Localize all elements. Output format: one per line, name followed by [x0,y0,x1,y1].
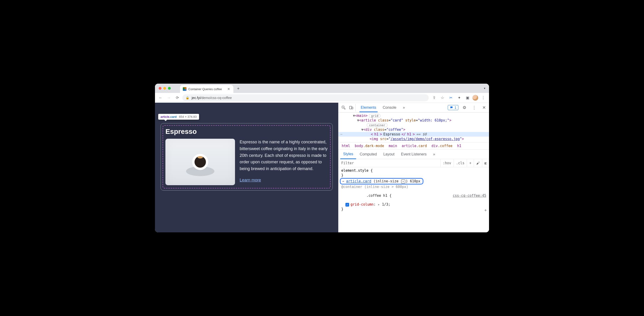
dom-line-article-badge[interactable]: container [338,123,489,127]
cq-close: ) 610px [406,179,420,183]
styles-tab-computed[interactable]: Computed [357,150,380,159]
window-chevron-icon[interactable]: ▾ [484,87,487,90]
rendered-page: article.card 654 × 374.83 Espresso Espre… [155,103,338,232]
browser-tab[interactable]: Container Queries coffee ✕ [180,85,234,93]
tab-title: Container Queries coffee [188,87,222,91]
dom-line-div[interactable]: ▼<div class="coffee"> [338,127,489,132]
cls-button[interactable]: .cls [454,159,467,167]
reload-button[interactable]: ⟳ [174,95,180,101]
tab-overflow[interactable]: » [400,103,408,112]
learn-more-link[interactable]: Learn more [240,178,261,183]
cq-open: (inline-size [373,179,398,183]
tab-close-button[interactable]: ✕ [226,87,231,91]
container-query-indicator[interactable]: → article.card (inline-size ↔) 610px [340,178,424,185]
side-panel-icon[interactable]: ▣ [464,94,471,101]
styles-filter-input[interactable]: Filter [338,159,440,167]
bookmark-icon[interactable]: ☆ [439,94,446,101]
grid-badge[interactable]: grid [369,114,380,118]
address-bar[interactable]: 🔒 jec.fyi/demo/css-cq-coffee [182,94,429,101]
crumb-h1[interactable]: h1 [457,144,461,148]
tab-console[interactable]: Console [380,103,399,112]
coffee-h1-rule[interactable]: css-cq-coffee:45.coffee h1 { [341,189,486,202]
dom-img-src[interactable]: /assets/img/demo/cof-espresso.jpg [391,137,460,141]
card: Espresso Espresso is the name of a highl… [160,123,333,191]
devtools-body: ▼<main>grid ▼<article class="card" style… [338,112,489,232]
dom-line-main[interactable]: ▼<main>grid [338,113,489,118]
crumb-html[interactable]: html [342,144,350,148]
container-at-rule: @container (inline-size > 600px) [341,185,486,189]
element-tooltip: article.card 654 × 374.83 [158,114,199,120]
window-fullscreen-button[interactable] [168,87,171,90]
element-style-close: } [341,173,486,178]
inspect-icon[interactable] [340,104,347,111]
dom-line-h1[interactable]: ⋯ <h1>Espresso</h1> == $0 [338,132,489,137]
dom-breadcrumb[interactable]: html body.dark-mode main article.card di… [338,142,489,150]
inline-size-icon: ↔ [401,180,405,183]
sidebar-toggle-icon[interactable]: ◧ [482,159,489,167]
lock-icon: 🔒 [186,96,189,99]
dom-line-article[interactable]: ▼<article class="card" style="width: 610… [338,118,489,123]
new-style-button[interactable]: + [467,159,474,167]
crumb-body[interactable]: body.dark-mode [355,144,384,148]
window-close-button[interactable] [159,87,162,90]
prop-checkbox[interactable]: ✓ [346,203,349,207]
dollar-zero: == $0 [416,132,427,136]
browser-window: Container Queries coffee ✕ ＋ ▾ ← → ⟳ 🔒 j… [155,84,489,232]
settings-icon[interactable]: ⚙ [461,104,468,111]
crumb-div[interactable]: div.coffee [432,144,452,148]
brush-icon[interactable]: 🖌 [474,159,482,167]
kebab-icon[interactable]: ⋮ [470,104,478,111]
issues-count: 1 [454,106,456,109]
content-row: article.card 654 × 374.83 Espresso Espre… [155,103,489,232]
share-icon[interactable]: ⇪ [430,94,438,101]
devtools-close-icon[interactable]: ✕ [480,104,488,111]
crumb-main[interactable]: main [389,144,397,148]
grid-column-decl[interactable]: ✓grid-column: ▸ 1/3; [341,202,486,207]
expand-icon[interactable]: ▸ [378,202,380,207]
issues-badge[interactable]: 1 [448,105,458,110]
titlebar: Container Queries coffee ✕ ＋ ▾ [155,84,489,93]
menu-icon[interactable]: ⋮ [480,94,487,101]
extensions-icon[interactable]: ✦ [456,94,462,101]
card-title: Espresso [166,127,328,135]
new-tab-button[interactable]: ＋ [235,85,241,91]
tooltip-dimensions: 654 × 374.83 [179,115,196,118]
scissors-icon[interactable]: ✂︎ [447,94,454,101]
styles-tab-events[interactable]: Event Listeners [398,150,429,159]
element-style-open[interactable]: element.style { [341,168,486,173]
cq-selector-link[interactable]: article.card [346,179,371,183]
url-host: jec.fyi [192,96,200,100]
favicon-icon [183,87,186,91]
styles-body[interactable]: element.style { } → article.card (inline… [338,167,489,213]
tab-elements[interactable]: Elements [358,103,379,112]
dom-line-dots: ⋯ [340,132,343,136]
dom-h1-text: Espresso [384,132,400,136]
card-body: Espresso is the name of a highly concent… [166,139,328,185]
tooltip-selector-tag: article [160,115,169,118]
address-toolbar: ← → ⟳ 🔒 jec.fyi/demo/css-cq-coffee ⇪ ☆ ✂… [155,93,489,103]
tooltip-selector-class: .card [169,115,176,118]
traffic-lights [159,87,171,90]
forward-button[interactable]: → [166,95,172,101]
crumb-article[interactable]: article.card [402,144,427,148]
source-link[interactable]: css-cq-coffee:45 [453,194,486,198]
profile-avatar[interactable] [472,95,478,101]
hov-button[interactable]: :hov [440,159,454,167]
styles-filter-row: Filter :hov .cls + 🖌 ◧ [338,159,489,167]
styles-tab-layout[interactable]: Layout [380,150,397,159]
dom-tree[interactable]: ▼<main>grid ▼<article class="card" style… [338,112,489,142]
espresso-image [166,139,235,185]
cq-arrow-icon: → [342,179,344,183]
styles-tab-styles[interactable]: Styles [340,150,356,159]
add-declaration-button[interactable]: ＋ [482,207,489,213]
back-button[interactable]: ← [157,95,164,101]
url-path: /demo/css-cq-coffee [200,96,232,100]
window-minimize-button[interactable] [163,87,166,90]
toolbar-right: ⇪ ☆ ✂︎ ✦ ▣ ⋮ [430,94,487,101]
container-badge[interactable]: container [367,123,387,127]
card-description: Espresso is the name of a highly concent… [240,139,328,172]
device-toggle-icon[interactable] [348,104,356,111]
styles-tabs: Styles Computed Layout Event Listeners » [338,150,489,159]
styles-tab-overflow[interactable]: » [430,150,438,159]
dom-line-img[interactable]: <img src="/assets/img/demo/cof-espresso.… [338,137,489,141]
